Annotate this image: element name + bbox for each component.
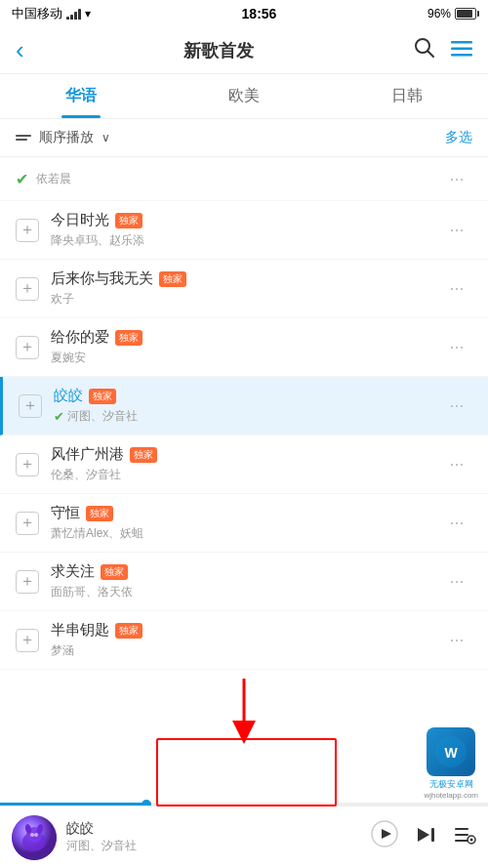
shuffle-icon [16, 135, 31, 141]
shuffle-control[interactable]: 顺序播放 ∨ [16, 129, 110, 146]
shuffle-arrow: ∨ [102, 131, 110, 145]
play-button[interactable] [371, 820, 398, 854]
exclusive-badge-2: 独家 [159, 271, 186, 287]
more-button-0[interactable]: ··· [441, 163, 472, 194]
player-info: 皎皎 河图、汐音社 [66, 820, 371, 854]
exclusive-badge-5: 独家 [130, 447, 157, 463]
watermark-url: wjhotelapp.com [424, 791, 478, 800]
song-info-3: 给你的爱 独家 夏婉安 [51, 328, 441, 366]
song-artist-6: 萧忆情Alex、妖蛆 [51, 525, 441, 542]
add-button-2[interactable]: ＋ [16, 277, 39, 301]
song-artist-2: 欢子 [51, 291, 441, 308]
song-artist-8: 梦涵 [51, 642, 441, 659]
song-item-5: ＋ 风伴广州港 独家 伦桑、汐音社 ··· [0, 435, 488, 494]
svg-point-11 [34, 833, 38, 837]
svg-text:W: W [445, 745, 459, 761]
add-button-6[interactable]: ＋ [16, 512, 39, 535]
tab-western[interactable]: 欧美 [163, 74, 326, 118]
watermark-text: 无极安卓网 [429, 778, 473, 791]
song-title-7: 求关注 [51, 562, 95, 581]
tab-bar: 华语 欧美 日韩 [0, 74, 488, 119]
song-artist-7: 面筋哥、洛天依 [51, 584, 441, 600]
svg-rect-4 [451, 54, 472, 57]
svg-rect-3 [451, 48, 472, 51]
tab-japanese[interactable]: 日韩 [325, 74, 488, 118]
svg-rect-15 [431, 828, 434, 842]
shuffle-label: 顺序播放 [39, 129, 94, 146]
battery-percent: 96% [427, 7, 451, 21]
player-title: 皎皎 [66, 820, 371, 838]
song-artist-4: ✔ 河图、汐音社 [54, 408, 441, 425]
check-icon: ✔ [16, 170, 28, 188]
status-bar: 中国移动 ▾ 18:56 96% [0, 0, 488, 27]
exclusive-badge-7: 独家 [101, 564, 128, 580]
svg-point-20 [470, 839, 473, 842]
bottom-player: 皎皎 河图、汐音社 [0, 806, 488, 868]
more-button-7[interactable]: ··· [441, 566, 472, 598]
svg-marker-13 [382, 829, 391, 839]
more-button-4[interactable]: ··· [441, 391, 472, 422]
song-artist-0: 依若晨 [36, 171, 441, 187]
svg-point-23 [435, 736, 467, 767]
song-info-0: 依若晨 [36, 171, 441, 187]
song-info-6: 守恒 独家 萧忆情Alex、妖蛆 [51, 504, 441, 542]
song-title-3: 给你的爱 [51, 328, 109, 347]
tab-chinese[interactable]: 华语 [0, 74, 163, 118]
search-button[interactable] [414, 37, 435, 64]
header-actions [414, 37, 472, 64]
song-item-7: ＋ 求关注 独家 面筋哥、洛天依 ··· [0, 553, 488, 611]
add-button-1[interactable]: ＋ [16, 219, 39, 242]
player-controls [371, 820, 476, 854]
player-avatar-img [12, 815, 57, 860]
song-title-row-3: 给你的爱 独家 [51, 328, 441, 347]
playlist-button[interactable] [453, 823, 476, 851]
add-button-7[interactable]: ＋ [16, 570, 39, 594]
add-button-8[interactable]: ＋ [16, 629, 39, 652]
more-button-3[interactable]: ··· [441, 332, 472, 363]
add-button-4[interactable]: ＋ [19, 394, 42, 418]
svg-line-1 [427, 51, 433, 57]
signal-icon [66, 8, 81, 20]
exclusive-badge-4: 独家 [89, 389, 116, 404]
svg-marker-14 [418, 828, 429, 842]
song-artist-3: 夏婉安 [51, 350, 441, 366]
player-avatar[interactable] [12, 815, 57, 860]
status-time: 18:56 [242, 6, 277, 21]
header: ‹ 新歌首发 [0, 27, 488, 74]
song-title-8: 半串钥匙 [51, 621, 109, 640]
song-title-row-1: 今日时光 独家 [51, 211, 441, 229]
player-artist: 河图、汐音社 [66, 838, 371, 854]
carrier-label: 中国移动 [12, 5, 62, 22]
add-button-3[interactable]: ＋ [16, 336, 39, 359]
watermark: W 无极安卓网 wjhotelapp.com [424, 727, 478, 800]
status-left: 中国移动 ▾ [12, 5, 91, 22]
song-info-8: 半串钥匙 独家 梦涵 [51, 621, 441, 659]
more-button-6[interactable]: ··· [441, 508, 472, 539]
more-button-1[interactable]: ··· [441, 215, 472, 246]
more-button-2[interactable]: ··· [441, 273, 472, 305]
song-artist-5: 伦桑、汐音社 [51, 467, 441, 483]
verified-icon-4: ✔ [54, 409, 64, 424]
svg-point-10 [30, 833, 34, 837]
song-info-5: 风伴广州港 独家 伦桑、汐音社 [51, 445, 441, 483]
song-title-4: 皎皎 [54, 387, 83, 405]
song-list: ✔ 依若晨 ··· ＋ 今日时光 独家 降央卓玛、赵乐添 ··· ＋ 后来你与我… [0, 157, 488, 670]
song-item-4: ＋ 皎皎 独家 ✔ 河图、汐音社 ··· [0, 377, 488, 435]
add-button-5[interactable]: ＋ [16, 453, 39, 476]
svg-rect-16 [455, 828, 468, 830]
menu-button[interactable] [451, 39, 472, 62]
song-title-6: 守恒 [51, 504, 80, 522]
back-button[interactable]: ‹ [16, 35, 24, 65]
multiselect-button[interactable]: 多选 [445, 129, 472, 146]
status-right: 96% [427, 7, 476, 21]
exclusive-badge-8: 独家 [115, 623, 142, 639]
svg-rect-18 [455, 840, 468, 842]
song-artist-1: 降央卓玛、赵乐添 [51, 232, 441, 249]
more-button-8[interactable]: ··· [441, 625, 472, 656]
svg-rect-17 [455, 834, 468, 836]
svg-rect-2 [451, 41, 472, 44]
next-button[interactable] [414, 823, 437, 852]
page-title: 新歌首发 [183, 39, 254, 62]
more-button-5[interactable]: ··· [441, 449, 472, 480]
song-title-2: 后来你与我无关 [51, 269, 153, 288]
